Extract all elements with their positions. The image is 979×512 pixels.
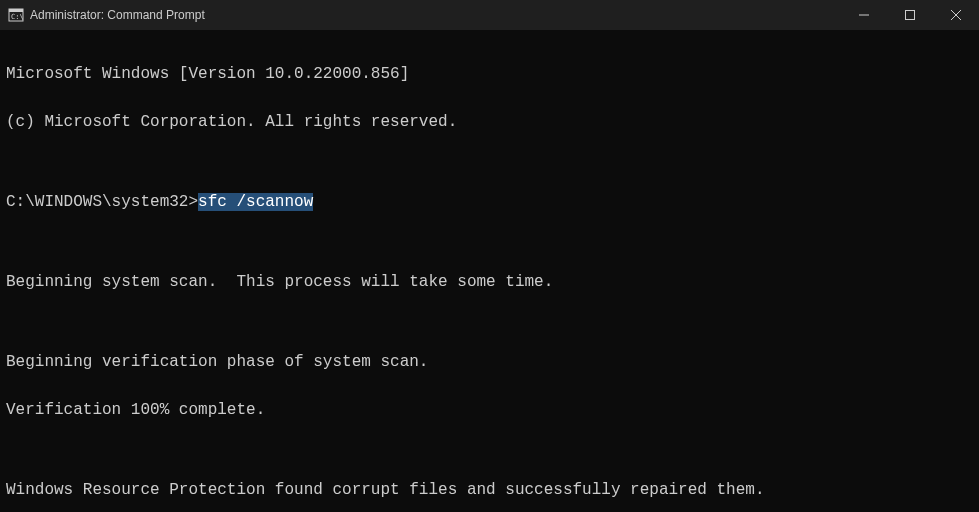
output-line: (c) Microsoft Corporation. All rights re… [6, 114, 973, 130]
window-title: Administrator: Command Prompt [30, 8, 841, 22]
output-line: Beginning system scan. This process will… [6, 274, 973, 290]
svg-rect-1 [9, 9, 23, 12]
titlebar[interactable]: C:\ Administrator: Command Prompt [0, 0, 979, 30]
output-line: Verification 100% complete. [6, 402, 973, 418]
svg-rect-4 [906, 11, 915, 20]
terminal-output[interactable]: Microsoft Windows [Version 10.0.22000.85… [0, 30, 979, 512]
window-controls [841, 0, 979, 30]
output-line: Windows Resource Protection found corrup… [6, 482, 973, 498]
output-line: Beginning verification phase of system s… [6, 354, 973, 370]
output-line: Microsoft Windows [Version 10.0.22000.85… [6, 66, 973, 82]
minimize-button[interactable] [841, 0, 887, 30]
cmd-icon: C:\ [8, 7, 24, 23]
svg-text:C:\: C:\ [11, 13, 24, 21]
command-highlighted: sfc /scannow [198, 193, 313, 211]
maximize-button[interactable] [887, 0, 933, 30]
command-prompt-window: C:\ Administrator: Command Prompt [0, 0, 979, 512]
prompt-prefix: C:\WINDOWS\system32> [6, 193, 198, 211]
close-button[interactable] [933, 0, 979, 30]
prompt-line: C:\WINDOWS\system32>sfc /scannow [6, 194, 973, 210]
